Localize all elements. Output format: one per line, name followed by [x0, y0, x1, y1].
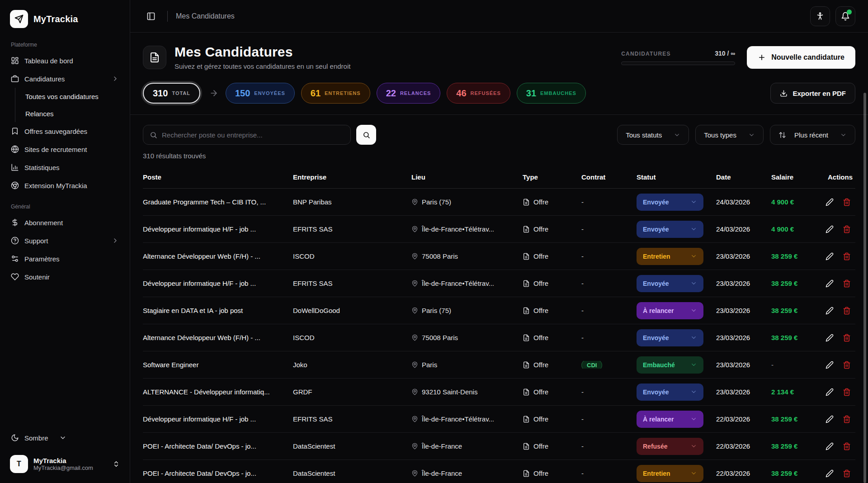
delete-button[interactable]	[843, 388, 851, 396]
cell-entreprise: EFRITS SAS	[293, 279, 411, 287]
notifications-button[interactable]	[835, 6, 855, 26]
status-filter-dropdown[interactable]: Tous statuts	[617, 125, 689, 145]
export-pdf-button[interactable]: Exporter en PDF	[770, 83, 855, 104]
edit-button[interactable]	[826, 469, 834, 478]
cell-actions	[825, 252, 855, 260]
bookmark-icon	[11, 127, 19, 135]
edit-button[interactable]	[826, 279, 834, 288]
map-pin-icon	[411, 334, 418, 341]
delete-button[interactable]	[843, 442, 851, 450]
edit-button[interactable]	[826, 361, 834, 369]
sidebar-item-label: Extension MyTrackia	[24, 182, 87, 189]
edit-button[interactable]	[826, 388, 834, 396]
theme-toggle[interactable]: Sombre	[6, 429, 123, 447]
section-platform-label: Plateforme	[6, 33, 123, 52]
cell-entreprise: ISCOD	[293, 334, 411, 341]
delete-button[interactable]	[843, 225, 851, 233]
status-dropdown[interactable]: Envoyée	[637, 275, 703, 292]
status-dropdown[interactable]: Envoyée	[637, 221, 703, 238]
status-dropdown[interactable]: À relancer	[637, 411, 703, 428]
cell-actions	[825, 279, 855, 288]
cell-salaire: 38 259 €	[771, 307, 825, 314]
sidebar-item-offres-sauvegardees[interactable]: Offres sauvegardées	[6, 122, 123, 140]
table-row[interactable]: Développeur informatique H/F - job ... E…	[143, 406, 855, 433]
sidebar-item-soutenir[interactable]: Soutenir	[6, 268, 123, 286]
edit-button[interactable]	[826, 415, 834, 423]
stat-relances[interactable]: 22 RELANCES	[377, 83, 441, 104]
chevron-down-icon	[690, 361, 697, 368]
table-row[interactable]: Software Engineer Joko Paris Offre CDI E…	[143, 351, 855, 379]
cell-lieu: 93210 Saint-Denis	[411, 388, 523, 396]
delete-button[interactable]	[843, 415, 851, 423]
search-input[interactable]	[162, 131, 344, 139]
edit-button[interactable]	[826, 225, 834, 233]
status-dropdown[interactable]: Envoyée	[637, 194, 703, 211]
stat-envoyees[interactable]: 150 ENVOYÉES	[226, 83, 295, 104]
file-icon	[523, 416, 530, 423]
sidebar-toggle-button[interactable]	[143, 8, 159, 24]
delete-button[interactable]	[843, 279, 851, 288]
sidebar-item-candidatures[interactable]: Candidatures	[6, 70, 123, 88]
delete-button[interactable]	[843, 334, 851, 342]
cell-contrat: -	[581, 415, 637, 423]
logo[interactable]: MyTrackia	[6, 6, 123, 33]
file-icon	[523, 470, 530, 477]
edit-button[interactable]	[826, 442, 834, 450]
file-icon	[523, 307, 530, 314]
sidebar-item-relances[interactable]: Relances	[17, 105, 123, 122]
delete-button[interactable]	[843, 307, 851, 315]
delete-button[interactable]	[843, 469, 851, 478]
status-dropdown[interactable]: Refusée	[637, 438, 703, 455]
status-dropdown[interactable]: Entretien	[637, 248, 703, 265]
sidebar-item-abonnement[interactable]: Abonnement	[6, 213, 123, 232]
sort-dropdown[interactable]: Plus récent	[770, 125, 855, 145]
column-header-date: Date	[716, 173, 771, 181]
sidebar-item-toutes-vos-candidatures[interactable]: Toutes vos candidatures	[17, 88, 123, 105]
pencil-icon	[826, 361, 834, 369]
search-submit-button[interactable]	[356, 125, 376, 145]
delete-button[interactable]	[843, 252, 851, 260]
new-candidature-button[interactable]: Nouvelle candidature	[747, 46, 855, 69]
table-row[interactable]: POEI - Architecte Data/ DevOps - jo... D…	[143, 433, 855, 460]
pencil-icon	[826, 307, 834, 315]
stat-embauches[interactable]: 31 EMBAUCHES	[517, 83, 586, 104]
cell-date: 23/03/2026	[716, 279, 771, 287]
cell-date: 23/03/2026	[716, 388, 771, 396]
pencil-icon	[826, 388, 834, 396]
edit-button[interactable]	[826, 334, 834, 342]
map-pin-icon	[411, 253, 418, 260]
stat-total[interactable]: 310 TOTAL	[143, 83, 200, 104]
type-filter-dropdown[interactable]: Tous types	[695, 125, 764, 145]
status-dropdown[interactable]: Embauché	[637, 356, 703, 374]
sidebar-item-dashboard[interactable]: Tableau de bord	[6, 52, 123, 70]
sidebar-item-statistiques[interactable]: Statistiques	[6, 158, 123, 176]
delete-button[interactable]	[843, 198, 851, 206]
edit-button[interactable]	[826, 198, 834, 206]
status-dropdown[interactable]: Envoyée	[637, 384, 703, 401]
table-row[interactable]: POEI - Architecte Data/ DevOps - jo... D…	[143, 460, 855, 483]
table-row[interactable]: Développeur informatique H/F - job ... E…	[143, 216, 855, 243]
table-row[interactable]: Graduate Programme Tech – CIB ITO, ... B…	[143, 189, 855, 216]
delete-button[interactable]	[843, 361, 851, 369]
status-dropdown[interactable]: Entretien	[637, 465, 703, 482]
stat-entretiens[interactable]: 61 ENTRETIENS	[301, 83, 370, 104]
sidebar-item-sites-de-recrutement[interactable]: Sites de recrutement	[6, 140, 123, 158]
column-header-statut: Statut	[637, 173, 716, 181]
status-dropdown[interactable]: Envoyée	[637, 329, 703, 346]
sidebar-item-extension[interactable]: Extension MyTrackia	[6, 176, 123, 194]
table-row[interactable]: Alternance Développeur Web (F/H) - ... I…	[143, 243, 855, 270]
table-row[interactable]: Développeur informatique H/F - job ... E…	[143, 270, 855, 297]
sidebar-item-support[interactable]: Support	[6, 232, 123, 250]
table-row[interactable]: ALTERNANCE - Développeur informatiq... G…	[143, 379, 855, 406]
table-row[interactable]: Alternance Développeur Web (F/H) - ... I…	[143, 324, 855, 351]
sidebar-item-parametres[interactable]: Paramètres	[6, 250, 123, 268]
scrollbar-thumb[interactable]	[863, 93, 866, 483]
stat-refusees[interactable]: 46 REFUSÉES	[447, 83, 510, 104]
edit-button[interactable]	[826, 307, 834, 315]
map-pin-icon	[411, 307, 418, 314]
table-row[interactable]: Stagiaire en DATA et IA - job post DoWel…	[143, 297, 855, 324]
user-menu[interactable]: T MyTrackia MyTrackia@gmail.com	[6, 451, 123, 477]
accessibility-button[interactable]	[810, 6, 830, 26]
status-dropdown[interactable]: À relancer	[637, 302, 703, 319]
edit-button[interactable]	[826, 252, 834, 260]
